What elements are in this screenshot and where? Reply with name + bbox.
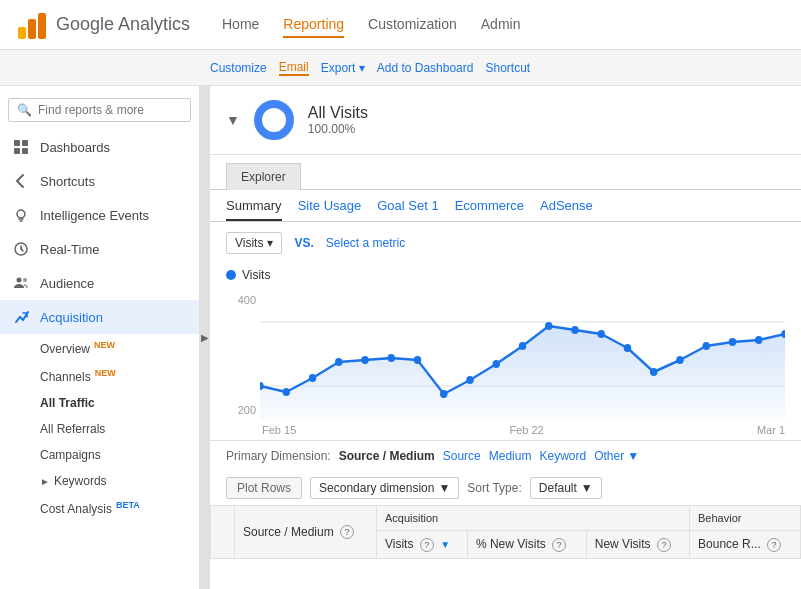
chart-area: Visits 400 200	[210, 264, 801, 440]
cost-analysis-badge: BETA	[116, 500, 140, 510]
search-input[interactable]	[38, 103, 182, 117]
top-nav: Google Analytics Home Reporting Customiz…	[0, 0, 801, 50]
help-icon-source[interactable]: ?	[340, 525, 354, 539]
tab-summary[interactable]: Summary	[226, 198, 282, 221]
svg-point-24	[493, 360, 501, 368]
nav-customization[interactable]: Customization	[368, 12, 457, 38]
dim-source[interactable]: Source	[443, 449, 481, 463]
sidebar-sub-campaigns[interactable]: Campaigns	[0, 442, 199, 468]
nav-reporting[interactable]: Reporting	[283, 12, 344, 38]
y-label-200: 200	[226, 404, 256, 416]
vs-label: VS.	[294, 236, 313, 250]
tab-goal-set-1[interactable]: Goal Set 1	[377, 198, 438, 221]
sidebar-item-dashboards[interactable]: Dashboards	[0, 130, 199, 164]
legend-dot	[226, 270, 236, 280]
svg-point-20	[388, 354, 396, 362]
primary-dimension-row: Primary Dimension: Source / Medium Sourc…	[210, 440, 801, 471]
sidebar-item-audience[interactable]: Audience	[0, 266, 199, 300]
sub-nav: Customize Email Export ▾ Add to Dashboar…	[0, 50, 801, 86]
select-metric-link[interactable]: Select a metric	[326, 236, 405, 250]
svg-point-21	[414, 356, 422, 364]
all-visits-header: ▼ All Visits 100.00%	[210, 86, 801, 155]
svg-point-30	[650, 368, 658, 376]
all-visits-percentage: 100.00%	[308, 122, 368, 136]
x-axis-labels: Feb 15 Feb 22 Mar 1	[226, 420, 785, 440]
subnav-shortcut[interactable]: Shortcut	[485, 61, 530, 75]
sort-dropdown[interactable]: Default ▼	[530, 477, 602, 499]
sidebar-label-audience: Audience	[40, 276, 94, 291]
people-icon	[12, 274, 30, 292]
th-visits: Visits ? ▼	[376, 531, 467, 559]
sort-type-label: Sort Type:	[467, 481, 521, 495]
clock-icon	[12, 240, 30, 258]
help-icon-bounce[interactable]: ?	[767, 538, 781, 552]
th-pct-new-visits: % New Visits ?	[467, 531, 586, 559]
search-icon: 🔍	[17, 103, 32, 117]
overview-label: Overview	[40, 342, 90, 356]
dim-keyword[interactable]: Keyword	[539, 449, 586, 463]
legend-label: Visits	[242, 268, 270, 282]
search-box[interactable]: 🔍	[8, 98, 191, 122]
dim-medium[interactable]: Medium	[489, 449, 532, 463]
svg-rect-6	[22, 148, 28, 154]
sidebar-label-intelligence: Intelligence Events	[40, 208, 149, 223]
nav-admin[interactable]: Admin	[481, 12, 521, 38]
sidebar-label-acquisition: Acquisition	[40, 310, 103, 325]
explorer-tab[interactable]: Explorer	[226, 163, 301, 190]
svg-rect-4	[22, 140, 28, 146]
help-icon-visits[interactable]: ?	[420, 538, 434, 552]
channels-label: Channels	[40, 370, 91, 384]
chevron-down-icon[interactable]: ▼	[226, 112, 240, 128]
help-icon-pct-new[interactable]: ?	[552, 538, 566, 552]
sidebar-sub-cost-analysis[interactable]: Cost AnalysisBETA	[0, 494, 199, 522]
all-referrals-label: All Referrals	[40, 422, 105, 436]
dim-other-arrow: ▼	[627, 449, 639, 463]
subnav-customize[interactable]: Customize	[210, 61, 267, 75]
sidebar-item-realtime[interactable]: Real-Time	[0, 232, 199, 266]
all-visits-info: All Visits 100.00%	[308, 104, 368, 136]
sec-dim-label: Secondary dimension	[319, 481, 434, 495]
sidebar-label-realtime: Real-Time	[40, 242, 99, 257]
sidebar-sub-channels[interactable]: ChannelsNEW	[0, 362, 199, 390]
tab-adsense[interactable]: AdSense	[540, 198, 593, 221]
metric-dropdown[interactable]: Visits ▾	[226, 232, 282, 254]
svg-point-16	[283, 388, 291, 396]
sidebar-sub-all-traffic[interactable]: All Traffic	[0, 390, 199, 416]
svg-point-12	[266, 112, 282, 128]
sidebar-item-intelligence[interactable]: Intelligence Events	[0, 198, 199, 232]
subnav-add-dashboard[interactable]: Add to Dashboard	[377, 61, 474, 75]
svg-rect-5	[14, 148, 20, 154]
collapse-arrow: ▶	[201, 332, 209, 343]
tab-ecommerce[interactable]: Ecommerce	[455, 198, 524, 221]
y-label-400: 400	[226, 294, 256, 306]
nav-home[interactable]: Home	[222, 12, 259, 38]
campaigns-label: Campaigns	[40, 448, 101, 462]
sidebar-item-shortcuts[interactable]: Shortcuts	[0, 164, 199, 198]
svg-point-23	[466, 376, 474, 384]
dim-other-dropdown[interactable]: Other ▼	[594, 449, 639, 463]
help-icon-new-visits[interactable]: ?	[657, 538, 671, 552]
tab-site-usage[interactable]: Site Usage	[298, 198, 362, 221]
sidebar-item-acquisition[interactable]: Acquisition	[0, 300, 199, 334]
th-acquisition-section: Acquisition	[376, 506, 689, 531]
metric-label: Visits	[235, 236, 263, 250]
dim-source-medium[interactable]: Source / Medium	[339, 449, 435, 463]
svg-point-28	[598, 330, 606, 338]
secondary-dimension-dropdown[interactable]: Secondary dimension ▼	[310, 477, 459, 499]
plot-rows-button[interactable]: Plot Rows	[226, 477, 302, 499]
dropdown-arrow-icon: ▾	[267, 236, 273, 250]
sidebar-sub-overview[interactable]: OverviewNEW	[0, 334, 199, 362]
svg-point-29	[624, 344, 632, 352]
svg-point-33	[729, 338, 737, 346]
svg-rect-1	[28, 19, 36, 39]
content-area: ▼ All Visits 100.00% Explorer Summary Si…	[210, 86, 801, 589]
sidebar-sub-all-referrals[interactable]: All Referrals	[0, 416, 199, 442]
all-visits-title: All Visits	[308, 104, 368, 122]
subnav-export[interactable]: Export ▾	[321, 61, 365, 75]
subnav-email[interactable]: Email	[279, 60, 309, 76]
sidebar-label-shortcuts: Shortcuts	[40, 174, 95, 189]
collapse-handle[interactable]: ▶	[200, 86, 210, 589]
x-label-feb22: Feb 22	[509, 424, 543, 436]
svg-point-26	[545, 322, 553, 330]
sidebar-sub-keywords[interactable]: ► Keywords	[0, 468, 199, 494]
